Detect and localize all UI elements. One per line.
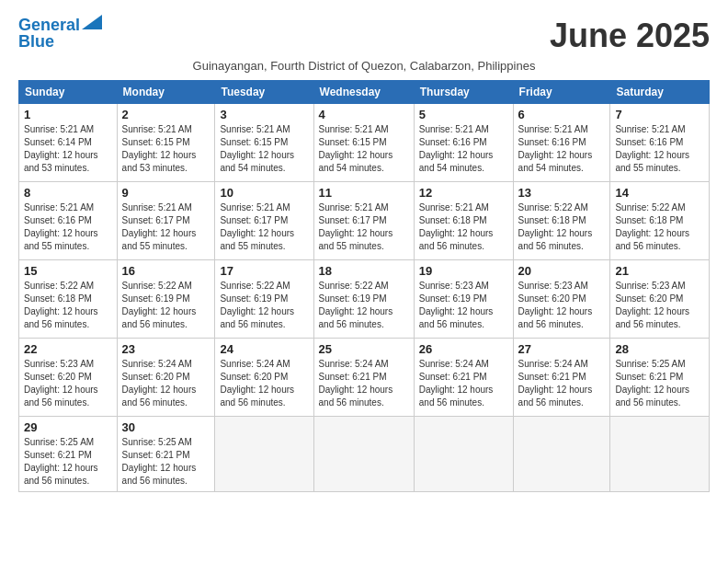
day-number: 2 bbox=[122, 108, 210, 121]
col-saturday: Saturday bbox=[610, 81, 710, 104]
day-number: 14 bbox=[615, 186, 704, 200]
day-number: 29 bbox=[24, 420, 112, 434]
day-info: Sunrise: 5:24 AM Sunset: 6:20 PM Dayligh… bbox=[122, 358, 210, 409]
table-row bbox=[215, 417, 313, 492]
col-tuesday: Tuesday bbox=[215, 81, 313, 104]
day-info: Sunrise: 5:22 AM Sunset: 6:18 PM Dayligh… bbox=[615, 201, 704, 253]
table-row: 28 Sunrise: 5:25 AM Sunset: 6:21 PM Dayl… bbox=[610, 339, 710, 417]
day-info: Sunrise: 5:24 AM Sunset: 6:20 PM Dayligh… bbox=[220, 358, 308, 409]
table-row bbox=[610, 417, 710, 492]
table-row: 6 Sunrise: 5:21 AM Sunset: 6:16 PM Dayli… bbox=[513, 104, 610, 182]
day-info: Sunrise: 5:21 AM Sunset: 6:15 PM Dayligh… bbox=[319, 123, 409, 175]
day-info: Sunrise: 5:21 AM Sunset: 6:18 PM Dayligh… bbox=[419, 201, 508, 253]
day-info: Sunrise: 5:23 AM Sunset: 6:20 PM Dayligh… bbox=[615, 280, 704, 331]
day-info: Sunrise: 5:21 AM Sunset: 6:15 PM Dayligh… bbox=[220, 123, 308, 175]
day-number: 11 bbox=[319, 186, 409, 200]
subtitle: Guinayangan, Fourth District of Quezon, … bbox=[18, 59, 710, 73]
day-number: 21 bbox=[615, 264, 704, 278]
page: General Blue June 2025 Guinayangan, Four… bbox=[0, 0, 728, 501]
day-info: Sunrise: 5:23 AM Sunset: 6:19 PM Dayligh… bbox=[419, 280, 508, 331]
header: General Blue June 2025 bbox=[18, 17, 710, 55]
table-row: 21 Sunrise: 5:23 AM Sunset: 6:20 PM Dayl… bbox=[610, 260, 710, 339]
table-row: 14 Sunrise: 5:22 AM Sunset: 6:18 PM Dayl… bbox=[610, 182, 710, 260]
logo-icon bbox=[82, 15, 102, 29]
day-info: Sunrise: 5:25 AM Sunset: 6:21 PM Dayligh… bbox=[122, 436, 210, 488]
table-row: 23 Sunrise: 5:24 AM Sunset: 6:20 PM Dayl… bbox=[117, 339, 215, 417]
day-number: 30 bbox=[122, 420, 210, 434]
day-info: Sunrise: 5:24 AM Sunset: 6:21 PM Dayligh… bbox=[319, 358, 409, 409]
day-number: 3 bbox=[220, 108, 308, 121]
col-friday: Friday bbox=[513, 81, 610, 104]
day-number: 16 bbox=[122, 264, 210, 278]
day-number: 20 bbox=[518, 264, 606, 278]
day-number: 10 bbox=[220, 186, 308, 200]
month-title: June 2025 bbox=[550, 17, 710, 55]
table-row bbox=[414, 417, 513, 492]
day-info: Sunrise: 5:23 AM Sunset: 6:20 PM Dayligh… bbox=[24, 358, 112, 409]
table-row: 10 Sunrise: 5:21 AM Sunset: 6:17 PM Dayl… bbox=[215, 182, 313, 260]
day-number: 7 bbox=[615, 108, 704, 121]
svg-marker-0 bbox=[82, 15, 102, 29]
day-number: 5 bbox=[419, 108, 508, 121]
day-info: Sunrise: 5:25 AM Sunset: 6:21 PM Dayligh… bbox=[615, 358, 704, 409]
day-number: 19 bbox=[419, 264, 508, 278]
col-monday: Monday bbox=[117, 81, 215, 104]
day-number: 24 bbox=[220, 342, 308, 356]
day-info: Sunrise: 5:21 AM Sunset: 6:17 PM Dayligh… bbox=[220, 201, 308, 253]
table-row: 3 Sunrise: 5:21 AM Sunset: 6:15 PM Dayli… bbox=[215, 104, 313, 182]
logo-blue: Blue bbox=[18, 33, 54, 52]
table-row: 20 Sunrise: 5:23 AM Sunset: 6:20 PM Dayl… bbox=[513, 260, 610, 339]
logo: General Blue bbox=[18, 17, 102, 52]
day-number: 27 bbox=[518, 342, 606, 356]
day-number: 1 bbox=[24, 108, 112, 121]
day-number: 13 bbox=[518, 186, 606, 200]
day-number: 8 bbox=[24, 186, 112, 200]
day-info: Sunrise: 5:21 AM Sunset: 6:16 PM Dayligh… bbox=[518, 123, 606, 175]
day-info: Sunrise: 5:25 AM Sunset: 6:21 PM Dayligh… bbox=[24, 436, 112, 488]
day-number: 22 bbox=[24, 342, 112, 356]
col-thursday: Thursday bbox=[414, 81, 513, 104]
table-row: 17 Sunrise: 5:22 AM Sunset: 6:19 PM Dayl… bbox=[215, 260, 313, 339]
table-row: 9 Sunrise: 5:21 AM Sunset: 6:17 PM Dayli… bbox=[117, 182, 215, 260]
day-info: Sunrise: 5:21 AM Sunset: 6:17 PM Dayligh… bbox=[122, 201, 210, 253]
table-row: 16 Sunrise: 5:22 AM Sunset: 6:19 PM Dayl… bbox=[117, 260, 215, 339]
table-row: 19 Sunrise: 5:23 AM Sunset: 6:19 PM Dayl… bbox=[414, 260, 513, 339]
day-info: Sunrise: 5:22 AM Sunset: 6:19 PM Dayligh… bbox=[220, 280, 308, 331]
table-row: 15 Sunrise: 5:22 AM Sunset: 6:18 PM Dayl… bbox=[19, 260, 118, 339]
day-info: Sunrise: 5:24 AM Sunset: 6:21 PM Dayligh… bbox=[518, 358, 606, 409]
table-row: 11 Sunrise: 5:21 AM Sunset: 6:17 PM Dayl… bbox=[313, 182, 414, 260]
day-number: 12 bbox=[419, 186, 508, 200]
col-sunday: Sunday bbox=[19, 81, 118, 104]
day-info: Sunrise: 5:24 AM Sunset: 6:21 PM Dayligh… bbox=[419, 358, 508, 409]
day-info: Sunrise: 5:22 AM Sunset: 6:18 PM Dayligh… bbox=[518, 201, 606, 253]
day-number: 4 bbox=[319, 108, 409, 121]
day-info: Sunrise: 5:21 AM Sunset: 6:16 PM Dayligh… bbox=[615, 123, 704, 175]
calendar-header-row: Sunday Monday Tuesday Wednesday Thursday… bbox=[19, 81, 710, 104]
table-row: 27 Sunrise: 5:24 AM Sunset: 6:21 PM Dayl… bbox=[513, 339, 610, 417]
day-number: 15 bbox=[24, 264, 112, 278]
day-info: Sunrise: 5:21 AM Sunset: 6:16 PM Dayligh… bbox=[24, 201, 112, 253]
day-info: Sunrise: 5:22 AM Sunset: 6:19 PM Dayligh… bbox=[319, 280, 409, 331]
day-number: 25 bbox=[319, 342, 409, 356]
day-info: Sunrise: 5:21 AM Sunset: 6:14 PM Dayligh… bbox=[24, 123, 112, 175]
day-info: Sunrise: 5:21 AM Sunset: 6:17 PM Dayligh… bbox=[319, 201, 409, 253]
table-row: 26 Sunrise: 5:24 AM Sunset: 6:21 PM Dayl… bbox=[414, 339, 513, 417]
day-number: 6 bbox=[518, 108, 606, 121]
table-row: 30 Sunrise: 5:25 AM Sunset: 6:21 PM Dayl… bbox=[117, 417, 215, 492]
day-info: Sunrise: 5:23 AM Sunset: 6:20 PM Dayligh… bbox=[518, 280, 606, 331]
table-row: 24 Sunrise: 5:24 AM Sunset: 6:20 PM Dayl… bbox=[215, 339, 313, 417]
table-row bbox=[313, 417, 414, 492]
col-wednesday: Wednesday bbox=[313, 81, 414, 104]
table-row: 8 Sunrise: 5:21 AM Sunset: 6:16 PM Dayli… bbox=[19, 182, 118, 260]
table-row: 29 Sunrise: 5:25 AM Sunset: 6:21 PM Dayl… bbox=[19, 417, 118, 492]
day-number: 18 bbox=[319, 264, 409, 278]
day-info: Sunrise: 5:22 AM Sunset: 6:19 PM Dayligh… bbox=[122, 280, 210, 331]
table-row: 18 Sunrise: 5:22 AM Sunset: 6:19 PM Dayl… bbox=[313, 260, 414, 339]
day-number: 23 bbox=[122, 342, 210, 356]
table-row: 7 Sunrise: 5:21 AM Sunset: 6:16 PM Dayli… bbox=[610, 104, 710, 182]
day-info: Sunrise: 5:22 AM Sunset: 6:18 PM Dayligh… bbox=[24, 280, 112, 331]
day-number: 26 bbox=[419, 342, 508, 356]
day-info: Sunrise: 5:21 AM Sunset: 6:16 PM Dayligh… bbox=[419, 123, 508, 175]
calendar: Sunday Monday Tuesday Wednesday Thursday… bbox=[18, 80, 710, 492]
table-row: 13 Sunrise: 5:22 AM Sunset: 6:18 PM Dayl… bbox=[513, 182, 610, 260]
